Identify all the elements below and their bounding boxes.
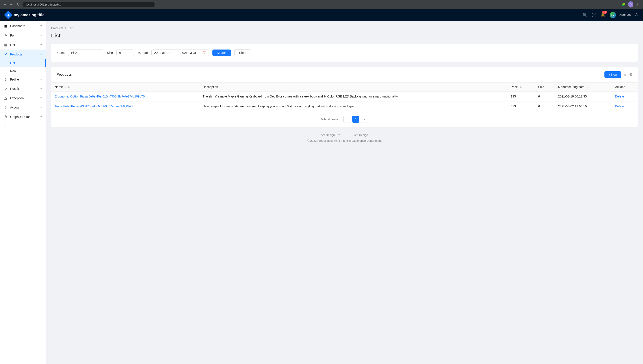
chevron-icon-exception: ∨ (40, 96, 42, 100)
th-name: Name ℹ ⇅ (51, 82, 199, 92)
calendar-icon: 📅 (202, 51, 206, 54)
pagination: Total 4 items ‹ 1 › (51, 111, 638, 127)
user-area[interactable]: SM Serati Ma (610, 12, 631, 18)
column-settings-icon[interactable]: ≡ (624, 72, 626, 77)
sidebar-item-graphic-editor[interactable]: ✎ Graphic Editor ∨ (0, 112, 46, 122)
table-settings-icon[interactable]: ⚙ (629, 72, 632, 77)
mdate-field: M. date : → 📅 (137, 50, 209, 56)
menu-icon[interactable]: ⋮ (635, 2, 640, 7)
user-name: Serati Ma (618, 13, 631, 17)
search-button[interactable]: Search (212, 50, 231, 56)
name-input[interactable] (68, 50, 103, 56)
table-header: Products + New ≡ ⚙ (51, 67, 638, 82)
app-wrapper: ◆ my amazing title 🔍 ? 🔔 11 SM Serati Ma… (0, 9, 643, 364)
collapse-icon: ☰ (4, 124, 7, 128)
chevron-icon-result: ∨ (40, 87, 42, 90)
footer-links: Ant Design Pro ⊙ Ant Design (56, 132, 632, 137)
mdate-label: M. date : (137, 51, 149, 54)
date-range-arrow: → (176, 51, 179, 54)
sidebar-item-account[interactable]: ☺ Account ∨ (0, 103, 46, 112)
graphic-editor-icon: ✎ (4, 115, 8, 119)
breadcrumb-products[interactable]: Products (51, 26, 63, 30)
sidebar-label-exception: Exception (10, 96, 24, 100)
cell-mfg-0: 2021-03-18 00:12:35 (555, 92, 612, 102)
footer: Ant Design Pro ⊙ Ant Design © 2022 Produ… (51, 127, 638, 148)
footer-link-antd[interactable]: Ant Design (354, 133, 368, 137)
sidebar-sub-item-list[interactable]: List (0, 59, 46, 67)
table-card: Products + New ≡ ⚙ Name ℹ ⇅ (51, 67, 638, 127)
cell-desc-0: The slim & simple Maple Gaming Keyboard … (199, 92, 507, 102)
cell-price-1: 573 (507, 102, 535, 111)
account-icon: ☺ (4, 106, 8, 110)
product-link-0[interactable]: Ergonomic Cotton Pizza 8e6af40a-510f-450… (55, 95, 145, 98)
clear-button[interactable]: Clear (235, 49, 251, 56)
back-button[interactable]: ← (3, 2, 7, 6)
browser-profile-circle: G (628, 1, 633, 8)
next-page-button[interactable]: › (361, 116, 368, 123)
chevron-icon-graphic-editor: ∨ (40, 115, 42, 118)
address-bar[interactable] (23, 2, 155, 7)
notification-wrapper[interactable]: 🔔 11 (600, 12, 605, 18)
date-from-input[interactable] (154, 51, 174, 54)
chevron-icon-profile: ∨ (40, 78, 42, 81)
product-link-1[interactable]: Tasty Metal Pizza ef3cff73-fefc-4c32-9c5… (55, 104, 133, 108)
sidebar-item-form[interactable]: ✎ Form ∨ (0, 30, 46, 40)
form-icon: ✎ (4, 33, 8, 38)
collapse-sidebar-btn[interactable]: ☰ (0, 122, 46, 130)
sidebar-item-products[interactable]: ✔ Products ∧ (0, 50, 46, 59)
footer-link-antd-pro[interactable]: Ant Design Pro (321, 133, 340, 137)
table-row: Tasty Metal Pizza ef3cff73-fefc-4c32-9c5… (51, 102, 638, 111)
sidebar-sub-item-new[interactable]: New (0, 67, 46, 75)
col-name-label: Name (55, 85, 63, 89)
breadcrumb: Products / List (51, 26, 638, 30)
sidebar-label-profile: Profile (10, 78, 19, 81)
delete-button-0[interactable]: Delete (615, 95, 624, 98)
th-description: Description (199, 82, 507, 92)
profile-icon[interactable]: G (628, 2, 633, 7)
sidebar-sub-label-list: List (10, 61, 15, 65)
th-actions: Actions (611, 82, 638, 92)
size-input[interactable] (116, 50, 134, 56)
forward-button[interactable]: → (9, 2, 14, 6)
sidebar-item-exception[interactable]: △ Exception ∨ (0, 93, 46, 103)
sidebar: ▣ Dashboard ∨ ✎ Form ∨ ▦ List ∨ (0, 21, 46, 364)
breadcrumb-list: List (68, 26, 73, 30)
extensions-icon[interactable]: 🧩 (621, 2, 626, 7)
sidebar-item-profile[interactable]: ☺ Profile ∨ (0, 75, 46, 84)
name-info-icon[interactable]: ℹ (65, 85, 66, 89)
new-button[interactable]: + New (604, 71, 621, 78)
table-actions: + New ≡ ⚙ (604, 71, 632, 78)
col-description-label: Description (202, 85, 218, 89)
delete-button-1[interactable]: Delete (615, 104, 624, 108)
cell-action-1: Delete (611, 102, 638, 111)
logo-diamond: ◆ (4, 10, 13, 19)
translate-icon[interactable]: A (635, 13, 638, 17)
help-icon[interactable]: ? (592, 13, 596, 17)
chevron-icon-account: ∨ (40, 106, 42, 109)
sidebar-item-result[interactable]: ○ Result ∨ (0, 84, 46, 93)
app-title: my amazing title (14, 13, 45, 18)
logo-area: ◆ my amazing title (5, 12, 45, 18)
result-icon: ○ (4, 87, 8, 91)
sidebar-item-list[interactable]: ▦ List ∨ (0, 40, 46, 50)
reload-button[interactable]: ↻ (16, 2, 20, 6)
cell-mfg-1: 2021-03-02 12:04:10 (555, 102, 612, 111)
price-sort-icon[interactable]: ⇅ (520, 86, 522, 88)
table-body: Ergonomic Cotton Pizza 8e6af40a-510f-450… (51, 92, 638, 111)
cell-size-1: 6 (535, 102, 554, 111)
name-sort-icon[interactable]: ⇅ (68, 86, 70, 88)
footer-github-icon[interactable]: ⊙ (345, 132, 349, 137)
sidebar-label-list: List (10, 43, 15, 47)
sidebar-label-result: Result (10, 87, 19, 90)
header-right: 🔍 ? 🔔 11 SM Serati Ma A (582, 12, 638, 18)
browser-right-icons: 🧩 G ⋮ (621, 2, 640, 7)
cell-desc-1: New range of formal shirts are designed … (199, 102, 507, 111)
search-icon[interactable]: 🔍 (582, 12, 587, 18)
prev-page-button[interactable]: ‹ (343, 116, 350, 123)
date-to-input[interactable] (181, 51, 200, 54)
products-table: Name ℹ ⇅ Description Price ⇅ (51, 82, 638, 111)
mfg-sort-icon[interactable]: ⇅ (587, 86, 588, 88)
sidebar-item-dashboard[interactable]: ▣ Dashboard ∨ (0, 21, 46, 30)
date-range-wrapper[interactable]: → 📅 (151, 50, 209, 56)
page-1-button[interactable]: 1 (352, 116, 359, 123)
